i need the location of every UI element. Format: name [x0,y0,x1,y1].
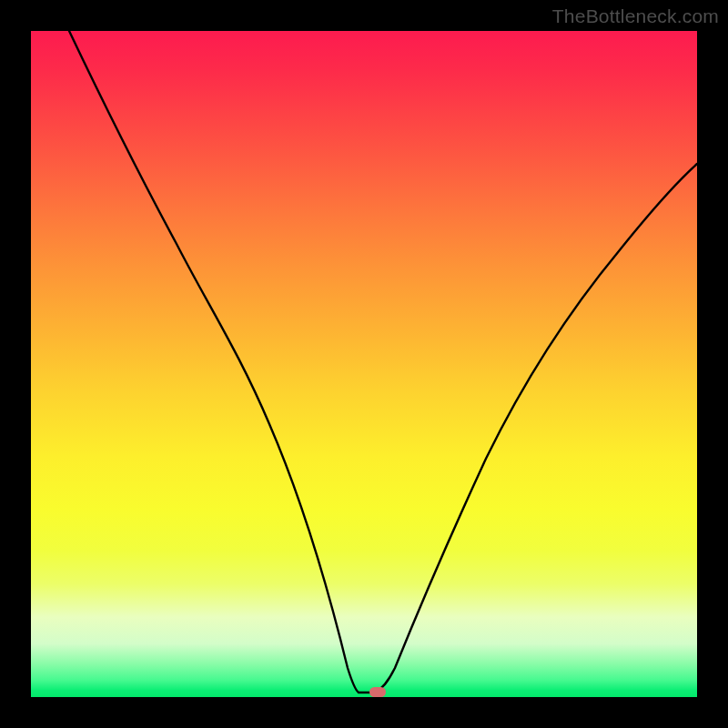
bottleneck-marker [369,687,386,697]
chart-frame: TheBottleneck.com [0,0,728,728]
bottleneck-curve-left [69,31,375,693]
plot-area [31,31,697,697]
bottleneck-curve-right [375,164,697,693]
watermark-text: TheBottleneck.com [552,5,719,27]
curve-layer [31,31,697,697]
